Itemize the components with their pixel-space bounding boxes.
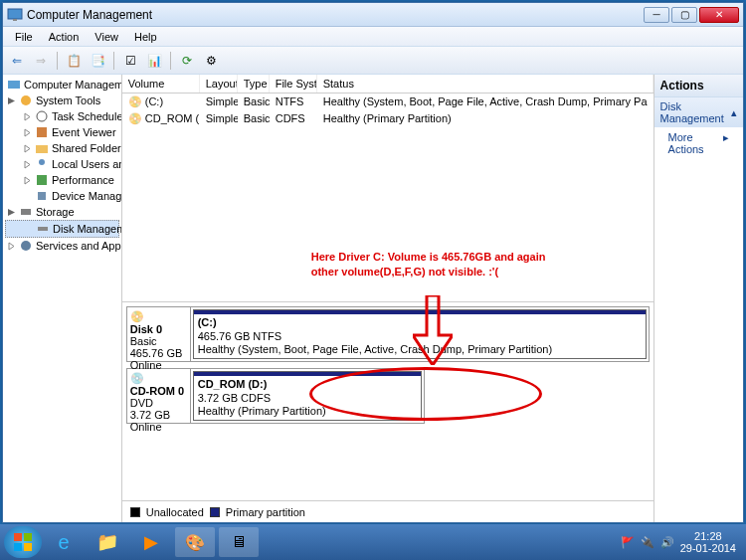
taskbar-mmc[interactable]: 🖥: [219, 527, 259, 557]
windows-logo-icon: [13, 532, 33, 552]
svg-point-20: [21, 241, 31, 251]
tool-icon-3[interactable]: ☑: [120, 51, 140, 71]
volume-row[interactable]: 📀 CD_ROM (D:) Simple Basic CDFS Healthy …: [122, 110, 653, 127]
tree-performance[interactable]: Performance: [5, 172, 119, 188]
tree-panel[interactable]: Computer Management (Local System Tools …: [3, 75, 122, 522]
disk-label[interactable]: 📀 Disk 0 Basic 465.76 GB Online: [127, 307, 191, 361]
clock-icon: [35, 109, 49, 123]
col-filesystem[interactable]: File System: [270, 75, 317, 93]
minimize-button[interactable]: ─: [644, 7, 669, 23]
window-title: Computer Management: [27, 8, 644, 22]
volume-row[interactable]: 📀 (C:) Simple Basic NTFS Healthy (System…: [122, 93, 653, 110]
tray-clock[interactable]: 21:28 29-01-2014: [680, 530, 736, 554]
expand-icon[interactable]: [23, 112, 32, 121]
tree-local-users[interactable]: Local Users and Groups: [5, 156, 119, 172]
tray-flag-icon[interactable]: 🚩: [621, 536, 635, 549]
tool-icon-4[interactable]: 📊: [144, 51, 164, 71]
disk-volume[interactable]: (C:) 465.76 GB NTFS Healthy (System, Boo…: [193, 309, 647, 359]
expand-icon[interactable]: [7, 242, 16, 251]
taskbar-paint[interactable]: 🎨: [175, 527, 215, 557]
disk-label[interactable]: 💿 CD-ROM 0 DVD 3.72 GB Online: [127, 369, 191, 423]
collapse-icon[interactable]: [7, 96, 16, 105]
svg-rect-18: [38, 227, 48, 231]
folder-icon: 📁: [96, 531, 118, 553]
users-icon: [35, 157, 49, 171]
actions-more[interactable]: More Actions ▸: [654, 127, 743, 159]
tree-root[interactable]: Computer Management (Local: [5, 77, 119, 93]
mmc-icon: [7, 78, 21, 92]
volume-list-header[interactable]: Volume Layout Type File System Status: [122, 75, 653, 93]
disk-block[interactable]: 💿 CD-ROM 0 DVD 3.72 GB Online CD_ROM (D:…: [126, 368, 425, 424]
tree-systools[interactable]: System Tools: [5, 93, 119, 108]
main-panel: Volume Layout Type File System Status 📀 …: [122, 75, 654, 522]
collapse-icon[interactable]: [7, 208, 16, 217]
tree-task-scheduler[interactable]: Task Scheduler: [5, 108, 119, 124]
actions-disk-section[interactable]: Disk Management ▴: [654, 97, 743, 127]
volume-list[interactable]: 📀 (C:) Simple Basic NTFS Healthy (System…: [122, 93, 653, 302]
menubar: File Action View Help: [3, 27, 743, 47]
close-button[interactable]: ✕: [699, 7, 739, 23]
submenu-icon: ▸: [723, 131, 729, 155]
tools-icon: [19, 93, 33, 107]
col-status[interactable]: Status: [317, 75, 653, 93]
menu-view[interactable]: View: [87, 29, 126, 45]
tray-volume-icon[interactable]: 🔊: [660, 536, 674, 549]
svg-rect-8: [37, 127, 47, 137]
menu-action[interactable]: Action: [41, 29, 88, 45]
maximize-button[interactable]: ▢: [671, 7, 697, 23]
taskbar-wmp[interactable]: ▶: [131, 527, 171, 557]
tray-network-icon[interactable]: 🔌: [641, 536, 654, 549]
tree-storage[interactable]: Storage: [5, 204, 119, 220]
disk-icon: [36, 222, 50, 236]
col-type[interactable]: Type: [238, 75, 270, 93]
disk-block[interactable]: 📀 Disk 0 Basic 465.76 GB Online (C:) 465…: [126, 306, 650, 362]
taskbar-explorer[interactable]: 📁: [88, 527, 127, 557]
tree-disk-management[interactable]: Disk Management: [5, 220, 119, 238]
taskbar-ie[interactable]: e: [44, 527, 84, 557]
tree-event-viewer[interactable]: Event Viewer: [5, 124, 119, 140]
mmc-icon: 🖥: [231, 533, 247, 551]
expand-icon[interactable]: [23, 160, 32, 169]
svg-marker-13: [25, 177, 30, 184]
taskbar[interactable]: e 📁 ▶ 🎨 🖥 🚩 🔌 🔊 21:28 29-01-2014: [0, 524, 746, 560]
legend: Unallocated Primary partition: [122, 500, 653, 522]
disk-icon: 📀: [130, 310, 187, 323]
expand-icon[interactable]: [23, 176, 32, 185]
menu-file[interactable]: File: [7, 29, 41, 45]
tool-icon-1[interactable]: 📋: [64, 51, 84, 71]
menu-help[interactable]: Help: [126, 29, 165, 45]
disk-volume[interactable]: CD_ROM (D:) 3.72 GB CDFS Healthy (Primar…: [193, 371, 422, 421]
svg-rect-21: [14, 533, 22, 541]
storage-icon: [19, 205, 33, 219]
tree-device-manager[interactable]: Device Manager: [5, 188, 119, 204]
svg-marker-7: [25, 129, 30, 136]
svg-marker-19: [9, 243, 14, 250]
folder-icon: [35, 141, 49, 155]
computer-management-window: Computer Management ─ ▢ ✕ File Action Vi…: [2, 2, 744, 523]
start-button[interactable]: [4, 526, 42, 558]
col-volume[interactable]: Volume: [122, 75, 200, 93]
forward-button[interactable]: ⇒: [31, 51, 51, 71]
svg-rect-10: [36, 145, 48, 153]
paint-icon: 🎨: [185, 533, 205, 552]
disk-graphical-view[interactable]: 📀 Disk 0 Basic 465.76 GB Online (C:) 465…: [122, 302, 653, 500]
system-tray[interactable]: 🚩 🔌 🔊 21:28 29-01-2014: [615, 530, 742, 554]
legend-primary-swatch: [210, 507, 220, 517]
svg-marker-16: [8, 209, 15, 216]
legend-unalloc-label: Unallocated: [146, 506, 204, 518]
refresh-button[interactable]: ⟳: [177, 51, 197, 71]
expand-icon[interactable]: [23, 144, 32, 153]
col-layout[interactable]: Layout: [200, 75, 238, 93]
tree-shared-folders[interactable]: Shared Folders: [5, 140, 119, 156]
svg-rect-0: [8, 9, 22, 19]
tree-services[interactable]: Services and Applications: [5, 238, 119, 254]
titlebar[interactable]: Computer Management ─ ▢ ✕: [3, 3, 743, 27]
svg-rect-2: [8, 81, 20, 89]
tool-icon-5[interactable]: ⚙: [201, 51, 221, 71]
wmp-icon: ▶: [144, 531, 158, 553]
svg-rect-23: [14, 543, 22, 551]
svg-rect-14: [37, 175, 47, 185]
expand-icon[interactable]: [23, 128, 32, 137]
back-button[interactable]: ⇐: [7, 51, 27, 71]
tool-icon-2[interactable]: 📑: [88, 51, 107, 71]
